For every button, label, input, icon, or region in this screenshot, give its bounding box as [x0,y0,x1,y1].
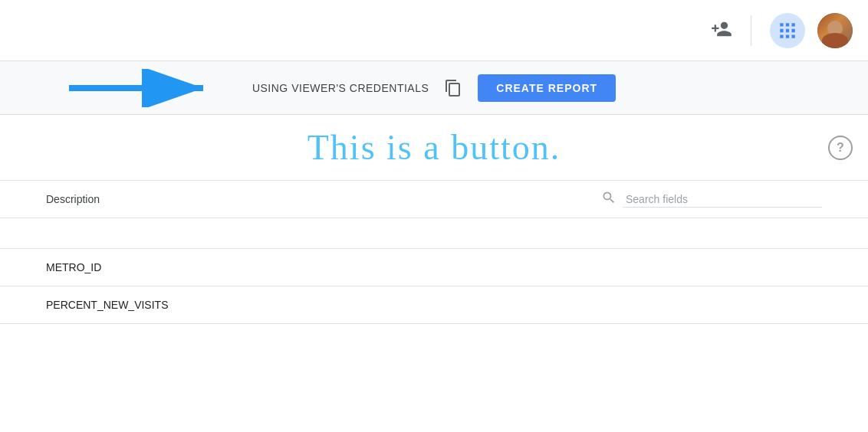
copy-button[interactable] [441,76,465,100]
fields-header: Description [0,181,868,218]
nav-right [711,13,853,48]
toolbar: USING VIEWER'S CREDENTIALS CREATE REPORT [0,61,868,115]
spacer-row [0,218,868,249]
search-icon [601,190,616,208]
top-nav [0,0,868,61]
add-person-icon [711,18,732,43]
toolbar-center: USING VIEWER'S CREDENTIALS CREATE REPORT [252,74,616,102]
credentials-text: USING VIEWER'S CREDENTIALS [252,82,429,94]
google-apps-button[interactable] [770,13,805,48]
grid-icon [778,21,797,41]
table-row: PERCENT_NEW_VISITS [0,286,868,324]
big-text-row: This is a button. ? [0,115,868,181]
avatar-image [817,13,853,48]
create-report-button[interactable]: CREATE REPORT [478,74,616,102]
search-area [601,190,822,208]
search-input[interactable] [623,191,822,208]
field-name: PERCENT_NEW_VISITS [46,299,168,311]
arrow-icon [61,69,215,107]
add-person-button[interactable] [711,18,732,43]
arrow-annotation [61,69,215,107]
help-button[interactable]: ? [828,136,853,160]
nav-divider [751,15,751,46]
big-text-label: This is a button. [307,127,561,168]
description-label: Description [46,193,601,205]
copy-icon [444,79,462,97]
avatar[interactable] [817,13,853,48]
table-row: METRO_ID [0,249,868,286]
help-icon: ? [837,141,844,155]
field-name: METRO_ID [46,261,101,273]
